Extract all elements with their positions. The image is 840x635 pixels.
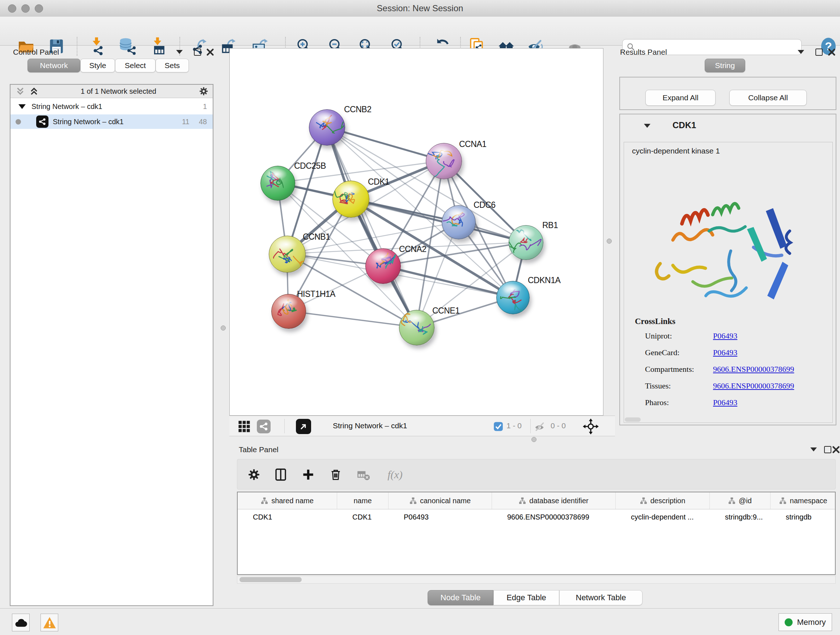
footer-separator xyxy=(284,419,285,433)
float-panel-icon[interactable] xyxy=(194,49,201,56)
table-cell[interactable]: P06493 xyxy=(388,509,492,525)
tab-string[interactable]: String xyxy=(705,59,745,73)
birdseye-view-icon[interactable] xyxy=(296,419,311,434)
delete-table-icon[interactable] xyxy=(353,464,373,485)
float-panel-icon[interactable] xyxy=(824,446,831,453)
selected-checkbox-icon[interactable] xyxy=(493,421,503,431)
network-edge[interactable] xyxy=(327,127,416,327)
horizontal-scrollbar[interactable] xyxy=(237,576,836,584)
horizontal-splitter-handle[interactable] xyxy=(531,437,537,442)
tab-node-table[interactable]: Node Table xyxy=(428,590,493,605)
column-header--id[interactable]: @id xyxy=(710,492,771,509)
tab-edge-table[interactable]: Edge Table xyxy=(493,590,559,605)
network-edge[interactable] xyxy=(288,311,416,327)
collapse-panel-icon[interactable] xyxy=(810,448,817,451)
network-tree-item[interactable]: String Network – cdk1 11 48 xyxy=(11,114,213,129)
network-canvas[interactable]: CCNB2CCNA1CDC25BCDK1CDC6RB1CCNB1CCNA2CDK… xyxy=(229,48,603,416)
network-share-view-icon[interactable] xyxy=(257,420,271,433)
node-label-ccnb2: CCNB2 xyxy=(344,105,371,114)
column-header-canonical-name[interactable]: canonical name xyxy=(388,492,492,509)
network-node-ccnb2[interactable] xyxy=(309,109,345,146)
tree-icon xyxy=(409,497,417,504)
expand-all-icon[interactable] xyxy=(29,87,39,96)
gear-icon[interactable] xyxy=(198,86,209,97)
node-table[interactable]: shared namenamecanonical namedatabase id… xyxy=(237,492,836,575)
collapse-panel-icon[interactable] xyxy=(176,50,183,54)
vertical-splitter-handle[interactable] xyxy=(607,239,612,244)
table-cell[interactable]: 9606.ENSP00000378699 xyxy=(492,509,616,525)
collapse-all-icon[interactable] xyxy=(16,87,25,96)
protein-description: cyclin-dependent kinase 1 xyxy=(632,147,720,155)
column-header-shared-name[interactable]: shared name xyxy=(238,492,337,509)
close-panel-icon[interactable] xyxy=(206,48,214,56)
scrollbar-thumb[interactable] xyxy=(625,417,641,422)
expand-all-button[interactable]: Expand All xyxy=(645,90,715,106)
network-node-cdc25b[interactable] xyxy=(261,166,295,201)
function-builder-icon[interactable]: f(x) xyxy=(381,464,409,485)
node-gloss xyxy=(371,250,393,263)
warning-icon[interactable] xyxy=(41,614,58,631)
network-collection-label: String Network – cdk1 xyxy=(32,103,203,111)
network-node-rb1[interactable] xyxy=(508,225,543,260)
node-gloss xyxy=(266,168,287,180)
column-header-database-identifier[interactable]: database identifier xyxy=(492,492,616,509)
network-node-ccna1[interactable] xyxy=(426,143,462,179)
network-tree-root[interactable]: String Network – cdk1 1 xyxy=(11,99,213,114)
table-row[interactable]: CDK1CDK1P064939606.ENSP00000378699cyclin… xyxy=(238,509,836,525)
node-gloss xyxy=(405,312,426,325)
gear-icon[interactable] xyxy=(244,464,264,485)
table-cell[interactable]: stringdb xyxy=(771,509,836,525)
tab-style[interactable]: Style xyxy=(80,59,115,73)
results-actions-box: Expand All Collapse All xyxy=(619,77,836,110)
column-header-namespace[interactable]: namespace xyxy=(771,492,836,509)
crosslink-compartments[interactable]: 9606.ENSP00000378699 xyxy=(713,364,794,374)
network-node-cdk1[interactable] xyxy=(332,181,369,218)
node-gloss xyxy=(275,238,297,251)
tab-network-table[interactable]: Network Table xyxy=(559,590,643,605)
float-panel-icon[interactable] xyxy=(815,49,823,56)
network-node-ccnb1[interactable] xyxy=(269,236,306,272)
selected-counts: 1 - 0 xyxy=(507,421,522,430)
network-node-ccna2[interactable] xyxy=(365,249,401,284)
tab-network[interactable]: Network xyxy=(27,59,80,73)
close-panel-icon[interactable] xyxy=(832,446,840,454)
network-node-hist1h1a[interactable] xyxy=(271,294,306,329)
network-node-cdc6[interactable] xyxy=(442,205,476,239)
vertical-splitter-handle[interactable] xyxy=(221,325,226,331)
import-database-icon[interactable] xyxy=(117,35,138,57)
network-edge[interactable] xyxy=(351,199,526,242)
table-cell[interactable]: cyclin-dependent ... xyxy=(616,509,710,525)
tab-sets[interactable]: Sets xyxy=(156,59,189,73)
results-panel-title: Results Panel xyxy=(620,48,667,57)
close-panel-icon[interactable] xyxy=(828,48,836,56)
import-table-icon[interactable] xyxy=(147,35,169,57)
table-cell[interactable]: CDK1 xyxy=(238,509,337,525)
columns-icon[interactable] xyxy=(271,464,291,485)
table-header-row: shared namenamecanonical namedatabase id… xyxy=(238,492,836,509)
fit-content-crosshair-icon[interactable] xyxy=(583,418,599,435)
crosslink-genecard[interactable]: P06493 xyxy=(713,348,737,357)
import-network-icon[interactable] xyxy=(86,35,108,57)
add-icon[interactable] xyxy=(298,464,318,485)
tree-expander-icon[interactable] xyxy=(19,104,26,109)
title-bar: Session: New Session xyxy=(0,0,840,17)
network-node-ccne1[interactable] xyxy=(399,310,434,345)
crosslink-uniprot[interactable]: P06493 xyxy=(713,331,737,340)
cloud-icon[interactable] xyxy=(12,614,30,631)
column-header-description[interactable]: description xyxy=(616,492,710,509)
delete-icon[interactable] xyxy=(325,464,346,485)
crosslink-pharos[interactable]: P06493 xyxy=(713,398,737,407)
network-node-cdkn1a[interactable] xyxy=(496,281,530,314)
collapse-panel-icon[interactable] xyxy=(798,50,804,54)
column-header-name[interactable]: name xyxy=(337,492,388,509)
tab-select[interactable]: Select xyxy=(115,59,156,73)
network-item-label: String Network – cdk1 xyxy=(53,118,182,126)
memory-button[interactable]: Memory xyxy=(778,613,832,631)
table-cell[interactable]: stringdb:9... xyxy=(710,509,771,525)
collapse-all-button[interactable]: Collapse All xyxy=(729,90,807,106)
scrollbar-thumb[interactable] xyxy=(240,577,302,582)
crosslink-tissues[interactable]: 9606.ENSP00000378699 xyxy=(713,381,794,391)
table-cell[interactable]: CDK1 xyxy=(337,509,388,525)
grid-view-icon[interactable] xyxy=(237,420,251,433)
collapse-result-icon[interactable] xyxy=(644,124,651,128)
